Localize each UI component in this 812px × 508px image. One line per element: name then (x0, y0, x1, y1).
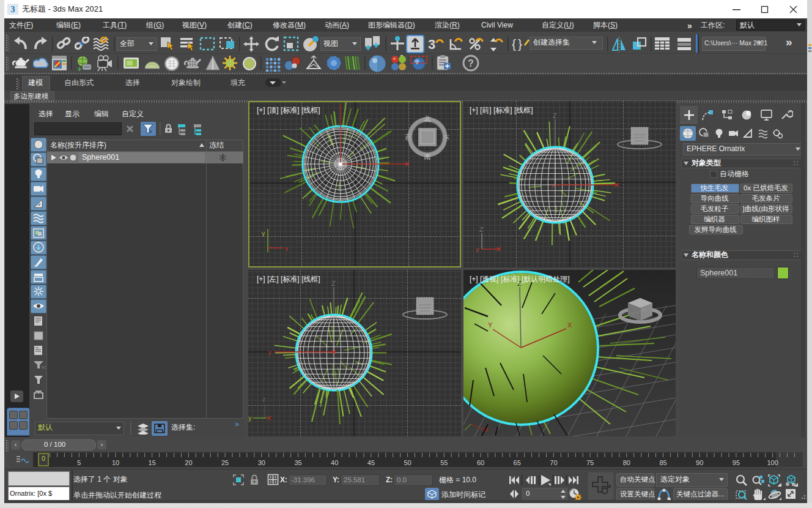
svg-text:y: y (551, 182, 554, 189)
svg-text:35: 35 (294, 459, 301, 466)
svg-text:南: 南 (424, 153, 431, 160)
svg-text:Z: Z (553, 112, 557, 119)
svg-text:北: 北 (424, 115, 431, 122)
svg-text:80: 80 (623, 459, 630, 466)
svg-text:y: y (268, 349, 271, 356)
svg-text:50: 50 (404, 459, 411, 466)
svg-text:y: y (248, 414, 252, 422)
svg-text:65: 65 (514, 459, 521, 466)
svg-text:3: 3 (428, 37, 435, 52)
svg-text:30: 30 (258, 459, 265, 466)
svg-text:Y: Y (488, 321, 493, 329)
svg-text:Z: Z (331, 280, 336, 287)
svg-text:YG: YG (41, 365, 46, 370)
svg-text:X: X (567, 321, 572, 329)
svg-text:85: 85 (659, 459, 666, 466)
svg-text:75: 75 (586, 459, 594, 466)
svg-text:25: 25 (221, 459, 229, 466)
svg-text:3: 3 (11, 5, 15, 14)
svg-text:?: ? (468, 58, 474, 69)
svg-text:10: 10 (112, 459, 119, 466)
svg-text:东: 东 (443, 133, 450, 141)
svg-text:5: 5 (77, 459, 81, 466)
svg-text:20: 20 (185, 459, 192, 466)
svg-text:40: 40 (331, 459, 338, 466)
svg-text:Z: Z (479, 226, 484, 233)
svg-text:45: 45 (367, 459, 375, 466)
svg-text:y: y (262, 230, 265, 237)
svg-text:z: z (262, 395, 266, 403)
svg-text:}: } (518, 37, 522, 51)
svg-text:15: 15 (149, 459, 156, 466)
svg-text:95: 95 (733, 459, 740, 466)
svg-text:x: x (285, 245, 289, 252)
svg-text:100: 100 (767, 459, 778, 466)
svg-text:西: 西 (405, 133, 412, 141)
svg-text:{: { (512, 37, 516, 51)
svg-text:y: y (476, 245, 479, 253)
svg-text:55: 55 (440, 459, 448, 466)
svg-text:70: 70 (550, 459, 557, 466)
svg-text:90: 90 (696, 459, 703, 466)
svg-text:z: z (468, 405, 472, 412)
svg-text:60: 60 (477, 459, 484, 466)
